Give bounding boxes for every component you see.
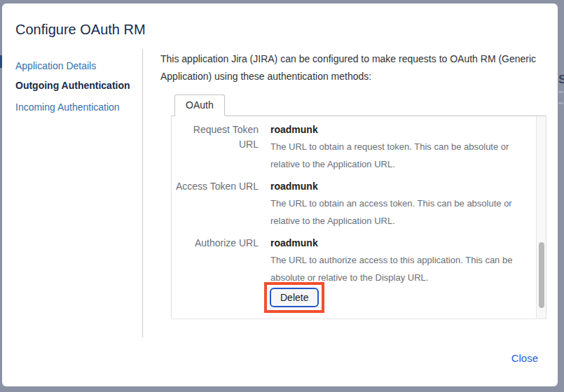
field-description: The URL to obtain a request token. This … [270,138,537,173]
sidebar-item-incoming-authentication[interactable]: Incoming Authentication [15,102,139,113]
sidebar-item-application-details[interactable]: Application Details [15,60,139,71]
background-text-fragment [558,102,563,104]
field-content: roadmunk The URL to obtain an access tok… [270,179,538,230]
oauth-settings-panel: Request Token URL roadmunk The URL to ob… [171,115,546,319]
field-label: Access Token URL [172,179,259,230]
close-button[interactable]: Close [511,352,538,364]
field-content: roadmunk The URL to obtain a request tok… [270,122,538,173]
annotation-highlight-box: Delete [264,282,324,313]
screen: { "background": { "overlay_color": "#8b9… [0,0,564,392]
background-text-fragment [558,91,563,93]
field-row-access-token-url: Access Token URL roadmunk The URL to obt… [172,179,546,230]
field-value: roadmunk [270,179,538,194]
configure-oauth-dialog: Configure OAuth RM Application Details O… [2,4,558,386]
intro-text: This application Jira (JIRA) can be conf… [160,50,542,85]
auth-methods-section: OAuth Request Token URL roadmunk The URL… [171,94,548,319]
field-description: The URL to authorize access to this appl… [270,251,537,286]
scrollbar-thumb[interactable] [539,242,544,308]
panel-scrollbar[interactable] [536,116,546,318]
field-label: Request Token URL [172,122,259,173]
field-description: The URL to obtain an access token. This … [270,195,537,230]
tab-oauth[interactable]: OAuth [174,94,225,116]
field-value: roadmunk [270,236,538,251]
sidebar-item-outgoing-authentication[interactable]: Outgoing Authentication [15,80,139,92]
field-content: roadmunk The URL to authorize access to … [270,236,538,286]
dialog-main: This application Jira (JIRA) can be conf… [160,50,548,319]
field-value: roadmunk [270,122,538,137]
field-row-request-token-url: Request Token URL roadmunk The URL to ob… [172,122,546,173]
field-label: Authorize URL [172,236,259,286]
sidebar-divider [142,49,143,337]
background-clipped-text: S [558,73,564,87]
delete-button[interactable]: Delete [270,288,319,307]
dialog-sidebar: Application Details Outgoing Authenticat… [15,60,139,113]
dialog-title: Configure OAuth RM [15,20,146,39]
field-row-authorize-url: Authorize URL roadmunk The URL to author… [172,236,546,286]
